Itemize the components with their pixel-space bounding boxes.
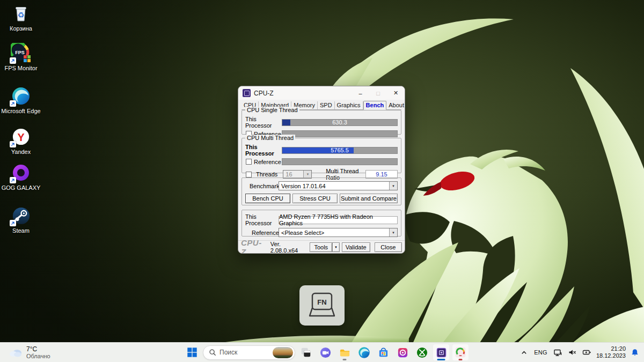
microsoft-store-button[interactable]	[375, 344, 392, 361]
single-thread-score: 630.3	[282, 120, 397, 125]
desktop-icon-label: Yandex	[11, 149, 31, 155]
group-label: CPU Multi Thread	[245, 135, 295, 141]
single-reference-bar	[282, 130, 398, 137]
desktop-icon-microsoft-edge[interactable]: Microsoft Edge	[0, 86, 42, 114]
window-title: CPU-Z	[254, 90, 274, 97]
close-dialog-button[interactable]: Close	[375, 242, 402, 252]
system-tray: ENG	[518, 344, 641, 360]
language-indicator[interactable]: ENG	[532, 344, 550, 360]
recycle-bin-icon: ♻	[11, 3, 31, 24]
threads-value: 16	[286, 171, 292, 178]
benchmark-label: Benchmark	[245, 183, 279, 189]
desktop-icon-fps-monitor[interactable]: FPS FPS Monitor	[0, 43, 42, 71]
search-input[interactable]	[219, 349, 269, 356]
shortcut-arrow-icon	[10, 141, 16, 147]
cloud-icon	[9, 348, 23, 357]
reference-label: Reference	[254, 159, 281, 165]
weather-widget[interactable]: 7°C Облачно	[3, 345, 56, 360]
cpuz-taskbar-icon	[435, 346, 448, 359]
desktop-icon-label: FPS Monitor	[4, 65, 37, 71]
threads-label: Threads	[256, 171, 277, 178]
desktop-icon-recycle-bin[interactable]: ♻ Корзина	[0, 3, 42, 32]
clock[interactable]: 21:20 18.12.2023	[596, 345, 626, 359]
this-processor-label: This Processor	[245, 144, 282, 157]
running-indicator	[343, 359, 347, 360]
cpuz-logo: CPU-Z	[241, 238, 266, 254]
tools-button[interactable]: Tools	[310, 242, 332, 252]
weather-temperature: 7°C	[26, 346, 50, 353]
desktop-icon-steam[interactable]: Steam	[0, 205, 42, 234]
multi-thread-score: 5765.5	[282, 147, 397, 153]
close-button[interactable]: ✕	[387, 86, 405, 100]
volume-tray-button[interactable]	[566, 344, 579, 360]
notification-button[interactable]	[628, 344, 641, 360]
desktop-icon-gog-galaxy[interactable]: GOG GALAXY	[0, 162, 42, 191]
multi-thread-score-bar: 5765.5	[282, 147, 398, 154]
network-icon	[553, 348, 562, 357]
recycle-glyph: ♻	[18, 11, 25, 19]
threads-checkbox[interactable]	[246, 172, 252, 178]
maximize-button[interactable]: □	[369, 86, 387, 100]
taskbar-search[interactable]	[203, 345, 295, 360]
benchmark-version-value: Version 17.01.64	[281, 183, 326, 189]
start-button[interactable]	[184, 344, 201, 361]
tab-spd[interactable]: SPD	[318, 101, 335, 109]
chat-button[interactable]	[317, 344, 334, 361]
file-explorer-button[interactable]	[336, 344, 353, 361]
group-label: CPU Single Thread	[245, 107, 299, 113]
chevron-down-icon: ▼	[389, 182, 397, 190]
tray-overflow-button[interactable]	[518, 344, 530, 360]
tab-graphics[interactable]: Graphics	[335, 101, 363, 109]
task-view-button[interactable]	[297, 344, 314, 361]
volume-muted-icon	[568, 348, 576, 357]
fps-monitor-taskbar-icon	[454, 346, 467, 359]
minimize-button[interactable]: –	[352, 86, 369, 100]
shortcut-arrow-icon	[10, 100, 16, 107]
battery-tray-button[interactable]	[580, 344, 594, 360]
fn-key-overlay: FN	[299, 285, 345, 326]
tools-dropdown-button[interactable]: ▼	[332, 242, 339, 252]
fn-keycap-icon: FN	[308, 292, 336, 320]
tab-bench[interactable]: Bench	[363, 101, 387, 110]
battery-charging-icon	[582, 348, 591, 357]
yandex-icon: Y	[11, 127, 31, 147]
yandex-letter-glyph: Y	[17, 131, 24, 143]
magenta-app-button[interactable]	[394, 344, 411, 361]
single-thread-group: CPU Single Thread This Processor 630.3 R…	[241, 110, 401, 135]
desktop-icon-label: Корзина	[10, 25, 32, 32]
multi-reference-checkbox[interactable]	[246, 159, 252, 165]
validate-button[interactable]: Validate	[342, 242, 370, 252]
compare-group: This Processor AMD Ryzen 7 7735HS with R…	[241, 210, 401, 237]
cpuz-window: CPU-Z – □ ✕ CPU Mainboard Memory SPD Gra…	[238, 86, 405, 254]
fps-glyph: FPS	[15, 50, 25, 55]
tab-about[interactable]: About	[386, 101, 405, 109]
benchmark-version-select[interactable]: Version 17.01.64 ▼	[279, 181, 398, 190]
this-processor-label: This Processor	[245, 213, 279, 226]
cpuz-taskbar-button[interactable]	[433, 344, 450, 361]
processor-name-field: AMD Ryzen 7 7735HS with Radeon Graphics	[279, 216, 398, 224]
reference-select[interactable]: <Please Select> ▼	[279, 228, 398, 237]
bench-cpu-button[interactable]: Bench CPU	[245, 194, 290, 203]
submit-and-compare-button[interactable]: Submit and Compare	[340, 194, 398, 203]
search-highlight-image[interactable]	[273, 347, 293, 358]
multi-reference-bar	[282, 158, 398, 165]
active-indicator	[459, 359, 463, 360]
benchmark-group: Benchmark Version 17.01.64 ▼ Bench CPU S…	[241, 178, 401, 205]
reference-label: Reference	[245, 230, 279, 236]
chevron-down-icon: ▼	[389, 228, 397, 237]
cpuz-titlebar[interactable]: CPU-Z – □ ✕	[238, 86, 405, 100]
weather-condition: Облачно	[26, 353, 50, 359]
shortcut-arrow-icon	[10, 220, 16, 226]
stress-cpu-button[interactable]: Stress CPU	[292, 194, 338, 203]
fps-monitor-taskbar-button[interactable]	[452, 344, 469, 361]
tray-time: 21:20	[611, 345, 626, 352]
search-icon	[209, 349, 216, 356]
xbox-button[interactable]	[413, 344, 430, 361]
network-tray-button[interactable]	[551, 344, 564, 360]
edge-taskbar-button[interactable]	[355, 344, 372, 361]
shortcut-arrow-icon	[10, 177, 16, 183]
chat-icon	[319, 346, 332, 359]
file-explorer-icon	[339, 346, 351, 359]
desktop-icon-yandex[interactable]: Y Yandex	[0, 127, 42, 155]
cpuz-app-icon	[243, 89, 251, 97]
